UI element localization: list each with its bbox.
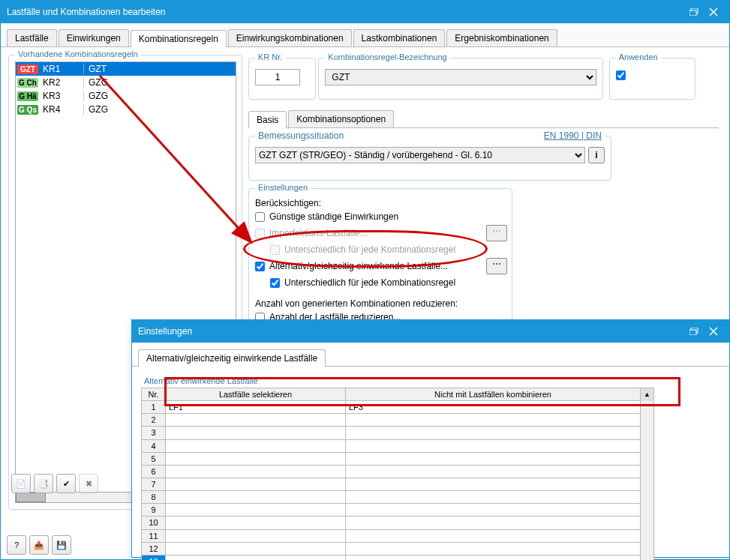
export-icon[interactable]: 📤 <box>29 535 49 555</box>
einst-checkbox[interactable] <box>255 262 265 271</box>
table-row[interactable]: 9 <box>142 504 641 517</box>
delete-icon[interactable]: ✖ <box>79 474 98 493</box>
grid-cell-select[interactable]: LF1 <box>166 401 346 414</box>
rule-row-kr1[interactable]: GZTKR1GZT <box>16 62 236 76</box>
table-row[interactable]: 5 <box>142 452 641 465</box>
rule-row-kr2[interactable]: G ChKR2GZG <box>16 76 236 89</box>
grid-cell-combine[interactable] <box>346 439 641 452</box>
grid-cell-combine[interactable] <box>346 555 641 560</box>
subtab-kombinationsoptionen[interactable]: Kombinationsoptionen <box>288 110 394 127</box>
einst-label: Unterschiedlich für jede Kombinationsreg… <box>284 277 455 288</box>
grid-rownum: 5 <box>142 452 166 465</box>
rule-desc: GZG <box>83 91 236 101</box>
dialog-title: Einstellungen <box>138 326 684 337</box>
anwenden-checkbox[interactable] <box>616 70 626 80</box>
grid-cell-select[interactable] <box>166 452 346 465</box>
grid-cell-combine[interactable] <box>346 491 641 504</box>
table-row[interactable]: 3 <box>142 427 641 439</box>
rule-tag: G Hä <box>17 91 38 101</box>
rules-group-title: Vorhandene Kombinationsregeln <box>15 49 141 58</box>
grid-cell-combine[interactable] <box>346 504 641 517</box>
library-icon[interactable]: 📑 <box>34 474 53 493</box>
grid-rownum: 11 <box>142 529 166 542</box>
table-row[interactable]: 8 <box>142 491 641 504</box>
grid-cell-combine[interactable]: LF3 <box>346 401 641 414</box>
grid-cell-combine[interactable] <box>346 427 641 439</box>
kr-bez-select[interactable]: GZT <box>325 69 596 85</box>
grid-rownum: 10 <box>142 517 166 529</box>
grid-cell-select[interactable] <box>166 555 346 560</box>
rule-row-kr3[interactable]: G HäKR3GZG <box>16 89 236 103</box>
einst-checkbox[interactable] <box>270 278 280 288</box>
table-row[interactable]: 6 <box>142 465 641 478</box>
save-icon[interactable]: 💾 <box>52 535 71 555</box>
rule-desc: GZT <box>83 64 236 74</box>
restore-icon[interactable] <box>684 4 704 19</box>
rule-tag: GZT <box>17 64 38 74</box>
table-row[interactable]: 13 <box>142 555 641 560</box>
grid-header: Nr. <box>142 388 166 401</box>
tab-einwirkungen[interactable]: Einwirkungen <box>59 29 129 46</box>
einst-label: Unterschiedlich für jede Kombinationsreg… <box>284 244 455 255</box>
tab-lastkombinationen[interactable]: Lastkombinationen <box>353 29 446 46</box>
grid-cell-select[interactable] <box>166 465 346 478</box>
einst-edit-icon: ⋯ <box>486 225 507 241</box>
einst-opt: Alternativ/gleichzeitig einwirkende Last… <box>255 256 506 276</box>
tab-kombinationsregeln[interactable]: Kombinationsregeln <box>131 30 227 47</box>
grid-cell-combine[interactable] <box>346 414 641 427</box>
new-icon[interactable]: 📄 <box>11 474 31 493</box>
scroll-up-icon[interactable]: ▲ <box>641 388 653 401</box>
grid-cell-combine[interactable] <box>346 452 641 465</box>
table-row[interactable]: 12 <box>142 542 641 555</box>
table-row[interactable]: 2 <box>142 414 641 427</box>
grid-cell-select[interactable] <box>166 504 346 517</box>
grid-vscroll[interactable]: ▲ <box>641 388 654 560</box>
tab-lastfälle[interactable]: Lastfälle <box>7 29 57 46</box>
rule-id: KR1 <box>38 64 83 74</box>
check-icon[interactable]: ✔ <box>56 474 76 493</box>
svg-rect-1 <box>689 10 696 16</box>
help-icon[interactable]: ? <box>7 535 26 555</box>
grid-cell-select[interactable] <box>166 491 346 504</box>
einst-edit-icon[interactable]: ⋯ <box>486 258 507 274</box>
bemess-select[interactable]: GZT GZT (STR/GEO) - Ständig / vorübergeh… <box>255 147 585 163</box>
grid-cell-combine[interactable] <box>346 465 641 478</box>
close-icon[interactable] <box>704 4 723 19</box>
bemess-norm-link[interactable]: EN 1990 | DIN <box>544 130 602 141</box>
info-icon[interactable]: і <box>588 147 605 163</box>
table-row[interactable]: 1LF1LF3 <box>142 401 641 414</box>
main-title: Lastfälle und Kombinationen bearbeiten <box>7 7 684 17</box>
grid-cell-select[interactable] <box>166 529 346 542</box>
grid-cell-combine[interactable] <box>346 529 641 542</box>
kr-nr-input[interactable] <box>255 69 300 85</box>
grid-cell-combine[interactable] <box>346 542 641 555</box>
loadcase-grid[interactable]: Nr.Lastfälle selektierenNicht mit Lastfä… <box>141 388 641 560</box>
grid-cell-combine[interactable] <box>346 478 641 490</box>
subtab-basis[interactable]: Basis <box>248 111 287 128</box>
grid-cell-select[interactable] <box>166 414 346 427</box>
table-row[interactable]: 4 <box>142 439 641 452</box>
grid-cell-select[interactable] <box>166 427 346 439</box>
dialog-restore-icon[interactable] <box>684 324 704 339</box>
dialog-tab-alternativ[interactable]: Alternativ/gleichzeitig einwirkende Last… <box>138 349 326 367</box>
table-row[interactable]: 10 <box>142 517 641 529</box>
table-row[interactable]: 11 <box>142 529 641 542</box>
tab-einwirkungskombinationen[interactable]: Einwirkungskombinationen <box>228 29 352 46</box>
tab-ergebniskombinationen[interactable]: Ergebniskombinationen <box>446 29 557 46</box>
dialog-close-icon[interactable] <box>704 324 723 339</box>
table-row[interactable]: 7 <box>142 478 641 490</box>
grid-cell-select[interactable] <box>166 478 346 490</box>
grid-cell-select[interactable] <box>166 542 346 555</box>
grid-cell-select[interactable] <box>166 517 346 529</box>
grid-rownum: 9 <box>142 504 166 517</box>
einst-checkbox[interactable] <box>255 212 265 222</box>
rule-row-kr4[interactable]: G QsKR4GZG <box>16 103 236 116</box>
bemess-label: Bemessungssituation <box>258 130 344 141</box>
grid-rownum: 1 <box>142 401 166 414</box>
rule-tag: G Qs <box>17 105 38 115</box>
kr-nr-label: KR Nr. <box>255 52 285 61</box>
grid-cell-select[interactable] <box>166 439 346 452</box>
rule-tag: G Ch <box>17 78 38 88</box>
grid-cell-combine[interactable] <box>346 517 641 529</box>
grid-rownum: 12 <box>142 542 166 555</box>
